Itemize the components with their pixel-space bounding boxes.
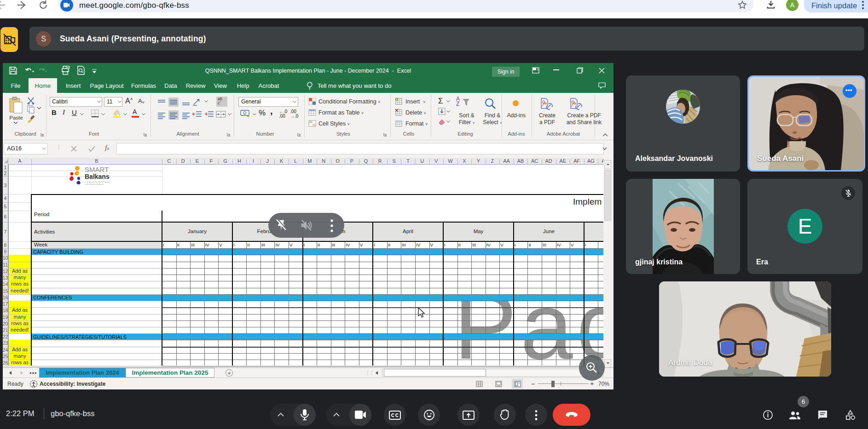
- svg-text:in the Western Balkans: in the Western Balkans: [85, 183, 104, 185]
- svg-text:Page 1: Page 1: [455, 294, 603, 366]
- svg-text:Balkans: Balkans: [85, 173, 110, 180]
- svg-text:SMART: SMART: [85, 166, 109, 173]
